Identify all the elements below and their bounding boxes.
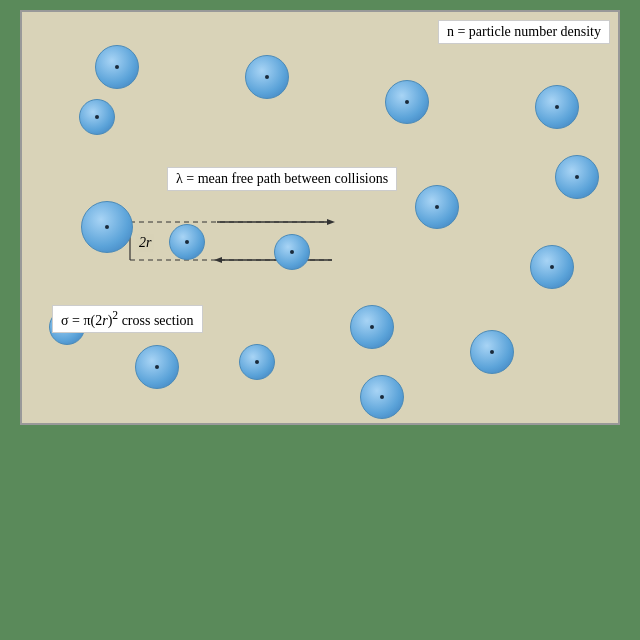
lambda-label-text: λ = mean free path between collisions	[176, 171, 388, 186]
particle-p8	[274, 234, 310, 270]
particle-p1	[95, 45, 139, 89]
sigma-label-text: σ = π(2r)2 cross section	[61, 313, 194, 328]
particle-p14	[350, 305, 394, 349]
particle-p2	[245, 55, 289, 99]
two-r-label: 2r	[136, 234, 154, 252]
particle-p15	[470, 330, 514, 374]
particle-p6	[81, 201, 133, 253]
particle-p7	[169, 224, 205, 260]
svg-marker-3	[327, 219, 335, 225]
n-label-text: n = particle number density	[447, 24, 601, 39]
particle-p9	[415, 185, 459, 229]
particle-p3	[79, 99, 115, 135]
svg-marker-5	[214, 257, 222, 263]
sigma-label-box: σ = π(2r)2 cross section	[52, 305, 203, 333]
diagram-canvas: n = particle number density λ = mean fre…	[20, 10, 620, 425]
particle-p12	[135, 345, 179, 389]
particle-p5	[535, 85, 579, 129]
n-label-box: n = particle number density	[438, 20, 610, 44]
particle-p17	[555, 155, 599, 199]
particle-p4	[385, 80, 429, 124]
particle-p16	[360, 375, 404, 419]
lambda-label-box: λ = mean free path between collisions	[167, 167, 397, 191]
particle-p10	[530, 245, 574, 289]
particle-p13	[239, 344, 275, 380]
